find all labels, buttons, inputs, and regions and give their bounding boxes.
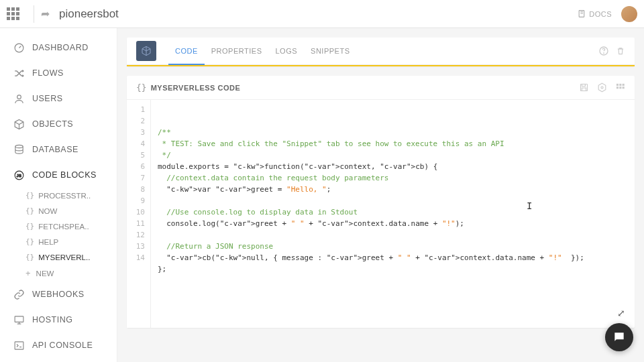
codeblock-processtr[interactable]: {}PROCESSTR.. — [0, 188, 117, 203]
codeblock-fetchspea[interactable]: {}FETCHSPEA.. — [0, 219, 117, 234]
svg-point-3 — [15, 145, 22, 147]
braces-icon: {} — [25, 206, 34, 215]
svg-rect-6 — [15, 316, 23, 322]
cube-icon — [136, 41, 156, 61]
nav-webhooks[interactable]: WEBHOOKS — [0, 282, 117, 307]
grid-icon[interactable] — [615, 82, 625, 93]
save-icon[interactable] — [579, 82, 589, 93]
svg-rect-17 — [616, 86, 619, 88]
code-panel-title: MYSERVERLESS CODE — [151, 84, 241, 92]
docs-link[interactable]: DOCS — [578, 9, 612, 18]
nav-flows[interactable]: FLOWS — [0, 60, 117, 86]
avatar[interactable] — [621, 6, 637, 22]
book-icon — [578, 9, 586, 18]
svg-rect-12 — [582, 88, 586, 90]
nav-objects[interactable]: OBJECTS — [0, 111, 117, 137]
tab-properties[interactable]: PROPERTIES — [205, 38, 269, 64]
braces-icon: {} — [25, 191, 34, 200]
braces-icon: {} — [136, 82, 147, 93]
tab-logs[interactable]: LOGS — [269, 38, 305, 64]
nav-hosting[interactable]: HOSTING — [0, 307, 117, 333]
chat-button[interactable] — [605, 323, 633, 351]
svg-point-9 — [604, 53, 604, 54]
code-panel: {} MYSERVERLESS CODE 1234567891011121314… — [127, 76, 635, 328]
sidebar: DASHBOARDFLOWSUSERSOBJECTSDATABASEJSCODE… — [0, 28, 117, 362]
nav-code-blocks[interactable]: JSCODE BLOCKS — [0, 162, 117, 188]
apps-grid-icon[interactable] — [7, 7, 20, 21]
share-icon[interactable]: ➦ — [41, 7, 50, 20]
svg-point-2 — [17, 95, 21, 99]
nav-users[interactable]: USERS — [0, 86, 117, 111]
separator — [34, 5, 34, 23]
monitor-icon — [12, 313, 25, 326]
codeblock-new[interactable]: +NEW — [0, 265, 117, 282]
db-icon — [12, 143, 25, 156]
gauge-icon — [12, 41, 25, 54]
svg-rect-19 — [623, 86, 625, 88]
chat-icon — [612, 330, 626, 344]
svg-rect-15 — [619, 84, 621, 86]
tab-snippets[interactable]: SNIPPETS — [304, 38, 356, 64]
nav-dashboard[interactable]: DASHBOARD — [0, 35, 117, 60]
codeblock-help[interactable]: {}HELP — [0, 234, 117, 249]
expand-icon[interactable]: ⤢ — [617, 306, 625, 321]
svg-rect-11 — [582, 84, 585, 86]
plus-icon: + — [25, 268, 31, 278]
link-icon — [12, 288, 25, 301]
help-icon[interactable] — [598, 46, 609, 56]
svg-rect-7 — [15, 341, 23, 349]
svg-rect-16 — [623, 84, 625, 86]
nav-api-console[interactable]: API CONSOLE — [0, 333, 117, 358]
braces-icon: {} — [25, 237, 34, 246]
codeblock-myserverl[interactable]: {}MYSERVERL.. — [0, 249, 117, 265]
delete-icon[interactable] — [616, 46, 625, 56]
shuffle-icon — [12, 66, 25, 80]
codeblock-now[interactable]: {}NOW — [0, 203, 117, 219]
braces-icon: {} — [25, 253, 34, 261]
svg-text:JS: JS — [16, 173, 21, 177]
tab-panel: CODEPROPERTIESLOGSSNIPPETS — [127, 38, 635, 66]
settings-hex-icon[interactable] — [597, 82, 607, 93]
code-area[interactable]: /** * TEST: Save and click the "Snippet"… — [151, 100, 635, 328]
user-icon — [12, 92, 25, 105]
code-editor[interactable]: 1234567891011121314 /** * TEST: Save and… — [127, 100, 635, 328]
code-panel-header: {} MYSERVERLESS CODE — [127, 76, 635, 100]
progress-bar — [127, 65, 635, 66]
braces-icon: {} — [25, 222, 34, 231]
nav-database[interactable]: DATABASE — [0, 137, 117, 162]
svg-rect-14 — [616, 84, 619, 86]
svg-rect-18 — [619, 86, 621, 88]
tab-code[interactable]: CODE — [168, 38, 205, 64]
topbar: ➦ pioneersbot DOCS — [0, 0, 644, 28]
terminal-icon — [12, 339, 25, 352]
tabbar: CODEPROPERTIESLOGSSNIPPETS — [127, 38, 635, 65]
main-content: CODEPROPERTIESLOGSSNIPPETS {} MYSERVERLE… — [117, 28, 644, 362]
js-icon: JS — [12, 168, 25, 182]
svg-point-13 — [601, 86, 603, 88]
line-gutter: 1234567891011121314 — [127, 100, 151, 328]
cube-icon — [12, 117, 25, 131]
page-title: pioneersbot — [59, 7, 119, 21]
